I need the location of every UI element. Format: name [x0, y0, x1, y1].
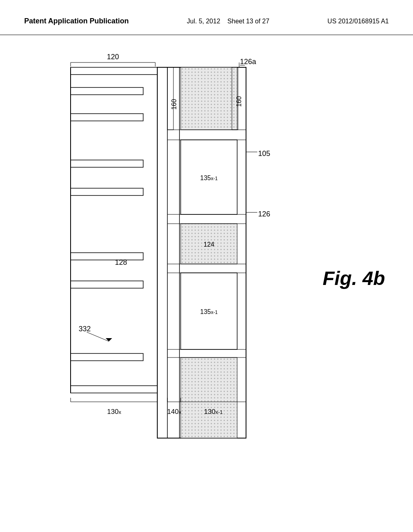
svg-rect-6 — [71, 253, 143, 260]
svg-rect-19 — [181, 357, 237, 438]
svg-rect-3 — [71, 114, 143, 121]
label-140x: 140x — [167, 408, 181, 416]
label-160-right: 160 — [236, 96, 242, 107]
publication-title: Patent Application Publication — [24, 16, 129, 26]
svg-rect-1 — [71, 67, 157, 75]
label-135-lower: 135x-1 — [200, 308, 218, 315]
figure-label: Fig. 4b — [323, 268, 385, 289]
sheet-number: Sheet 13 of 27 — [227, 18, 269, 25]
label-332: 332 — [79, 325, 91, 333]
label-126a: 126a — [240, 58, 257, 66]
svg-marker-38 — [106, 338, 112, 341]
svg-rect-7 — [71, 281, 143, 288]
svg-rect-8 — [71, 353, 143, 361]
svg-rect-4 — [71, 160, 143, 167]
header-date-sheet: Jul. 5, 2012 Sheet 13 of 27 — [187, 16, 269, 27]
label-120: 120 — [107, 53, 119, 61]
svg-line-37 — [87, 332, 109, 341]
svg-rect-9 — [71, 386, 157, 393]
diagram-area: 120 126a 160 160 105 126 135x-1 124 135x… — [0, 35, 413, 519]
patent-number: US 2012/0168915 A1 — [327, 16, 389, 27]
svg-rect-5 — [71, 188, 143, 195]
label-128: 128 — [115, 258, 127, 266]
label-135-upper: 135x-1 — [200, 175, 218, 181]
label-105: 105 — [258, 150, 270, 158]
label-160-left: 160 — [171, 99, 177, 110]
label-130x-right: 130x-1 — [204, 408, 223, 416]
page-header: Patent Application Publication Jul. 5, 2… — [0, 0, 413, 35]
label-124: 124 — [204, 241, 215, 248]
svg-rect-13 — [181, 67, 237, 130]
svg-rect-14 — [167, 67, 173, 130]
label-130x-left: 130x — [107, 408, 121, 416]
svg-rect-2 — [71, 87, 143, 95]
publication-date: Jul. 5, 2012 — [187, 18, 220, 25]
label-126: 126 — [258, 210, 270, 218]
